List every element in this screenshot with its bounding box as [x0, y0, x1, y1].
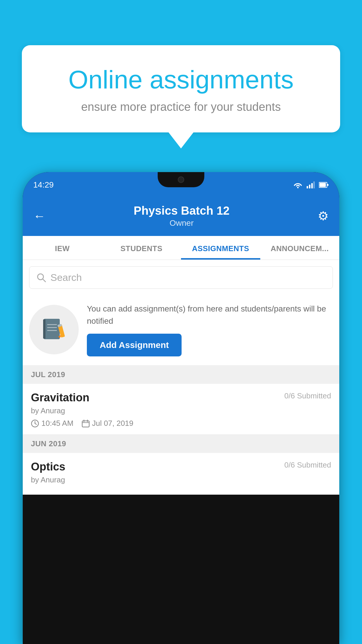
header-title-block: Physics Batch 12 Owner: [133, 204, 229, 228]
promo-icon-circle: [29, 305, 79, 354]
tab-announcements[interactable]: ANNOUNCEM...: [260, 236, 340, 260]
app-header: ← Physics Batch 12 Owner ⚙: [23, 198, 339, 236]
svg-line-9: [43, 279, 45, 282]
calendar-icon: [82, 419, 90, 428]
search-bar-container: Search: [23, 260, 339, 294]
notch: [158, 172, 204, 187]
svg-rect-4: [313, 181, 315, 188]
search-icon: [36, 273, 46, 283]
status-time: 14:29: [33, 180, 54, 190]
clock-icon: [31, 419, 39, 428]
phone-mockup: 14:29: [23, 172, 339, 644]
assignment-optics[interactable]: Optics 0/6 Submitted by Anurag: [23, 453, 339, 495]
assignment-name-gravitation: Gravitation: [31, 391, 89, 404]
signal-icon: [307, 181, 315, 188]
status-bar: 14:29: [23, 172, 339, 198]
assignment-time-gravitation: 10:45 AM: [31, 419, 73, 428]
speech-bubble: Online assignments ensure more practice …: [22, 45, 340, 132]
promo-description: You can add assignment(s) from here and …: [87, 303, 331, 327]
notebook-icon: [41, 316, 67, 343]
speech-bubble-container: Online assignments ensure more practice …: [22, 45, 340, 132]
svg-rect-11: [43, 319, 45, 339]
status-icons: [293, 181, 329, 188]
assignment-name-optics: Optics: [31, 461, 65, 473]
svg-rect-6: [319, 183, 326, 187]
header-title: Physics Batch 12: [133, 204, 229, 217]
tabs-row: IEW STUDENTS ASSIGNMENTS ANNOUNCEM...: [23, 236, 339, 260]
camera: [178, 176, 184, 183]
svg-rect-3: [311, 183, 313, 188]
svg-rect-2: [309, 185, 310, 188]
section-jul-label: JUL 2019: [31, 370, 65, 379]
battery-icon: [319, 182, 329, 188]
tab-overview[interactable]: IEW: [23, 236, 102, 260]
section-jul-2019: JUL 2019: [23, 365, 339, 384]
tab-students[interactable]: STUDENTS: [102, 236, 181, 260]
svg-rect-21: [82, 421, 89, 427]
assignment-date-gravitation: Jul 07, 2019: [82, 419, 133, 428]
section-jun-2019: JUN 2019: [23, 435, 339, 453]
tab-assignments[interactable]: ASSIGNMENTS: [181, 236, 260, 260]
settings-icon[interactable]: ⚙: [318, 209, 329, 223]
assignment-author-gravitation: by Anurag: [31, 406, 331, 415]
bubble-subtitle: ensure more practice for your students: [45, 100, 317, 113]
assignment-gravitation[interactable]: Gravitation 0/6 Submitted by Anurag 10:4…: [23, 384, 339, 435]
phone-content: Search You: [23, 260, 339, 495]
assignment-row1: Gravitation 0/6 Submitted: [31, 391, 331, 404]
assignment-optics-row1: Optics 0/6 Submitted: [31, 461, 331, 473]
section-jun-label: JUN 2019: [31, 439, 66, 448]
assignment-meta-gravitation: 10:45 AM Jul 07, 2019: [31, 419, 331, 428]
back-button[interactable]: ←: [33, 209, 45, 223]
svg-rect-7: [327, 184, 328, 186]
wifi-icon: [293, 181, 303, 188]
svg-line-20: [35, 424, 36, 424]
assignment-author-optics: by Anurag: [31, 475, 331, 484]
add-assignment-button[interactable]: Add Assignment: [87, 334, 182, 356]
promo-text-block: You can add assignment(s) from here and …: [87, 303, 331, 356]
assignment-submitted-gravitation: 0/6 Submitted: [284, 391, 331, 400]
promo-block: You can add assignment(s) from here and …: [23, 294, 339, 365]
search-placeholder: Search: [50, 272, 82, 283]
svg-point-0: [297, 187, 299, 188]
assignment-submitted-optics: 0/6 Submitted: [284, 461, 331, 470]
search-bar[interactable]: Search: [29, 266, 333, 289]
header-subtitle: Owner: [133, 218, 229, 228]
svg-rect-10: [44, 319, 60, 339]
bubble-title: Online assignments: [45, 66, 317, 94]
svg-rect-1: [307, 186, 308, 188]
